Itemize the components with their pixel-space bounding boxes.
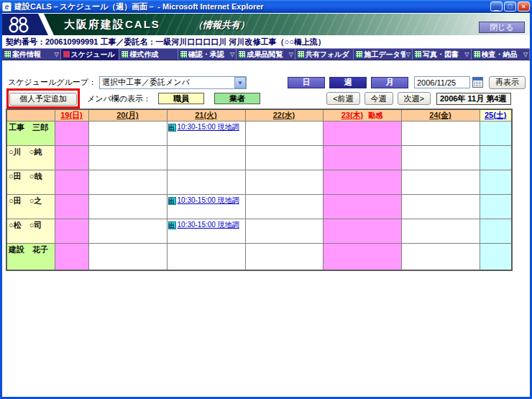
- member-row: ○松 ○司出10:30-15:00 現地調: [6, 219, 512, 244]
- nav-tab[interactable]: スケジュール: [61, 49, 120, 60]
- schedule-group-label: スケジュールグループ：: [8, 77, 96, 88]
- grid-icon: [356, 51, 362, 58]
- day-cell: [480, 170, 512, 195]
- holiday-label: 勤感: [368, 111, 382, 119]
- this-week-button[interactable]: 今週: [364, 92, 393, 105]
- dropdown-arrow-icon: ▽: [230, 51, 234, 58]
- app-subtitle: （情報共有）: [193, 19, 249, 32]
- day-cell: [480, 219, 512, 244]
- refresh-button[interactable]: 再表示: [489, 76, 526, 89]
- month-view-button[interactable]: 月: [371, 77, 408, 88]
- day-cell: [167, 170, 245, 195]
- day-cell: [323, 219, 401, 244]
- day-cell: [88, 170, 167, 195]
- window-controls: ＿ □ ×: [490, 1, 530, 12]
- schedule-entry-link[interactable]: 10:30-15:00 現地調: [178, 220, 239, 230]
- member-name-cell: 工事 三郎: [6, 121, 55, 146]
- nav-tab[interactable]: 成果品閲覧▽: [237, 49, 295, 60]
- day-header-link[interactable]: 24(金): [429, 111, 451, 119]
- title-bar[interactable]: e 建設CALS－スケジュール（週）画面－ - Microsoft Intern…: [0, 0, 532, 13]
- window-body: 大阪府建設CALS （情報共有） 閉じる 契約番号：200610999991 工…: [0, 13, 532, 399]
- maximize-button[interactable]: □: [504, 1, 516, 12]
- day-cell: [480, 146, 512, 170]
- prev-week-button[interactable]: <前週: [326, 92, 359, 105]
- schedule-group-value: 選択中工事／委託メンバ: [100, 77, 234, 88]
- day-cell: [323, 146, 401, 170]
- week-view-button[interactable]: 週: [329, 77, 367, 88]
- date-input[interactable]: [414, 76, 470, 88]
- day-cell: 出10:30-15:00 現地調: [167, 195, 245, 219]
- app-title: 大阪府建設CALS: [64, 18, 160, 32]
- nav-tab-label: 施工データ管理: [364, 50, 405, 60]
- day-cell: [55, 146, 88, 170]
- attendance-icon: 出: [168, 124, 176, 132]
- view-controls: 日 週 月 再表示: [283, 76, 526, 89]
- vendor-filter-button[interactable]: 業者: [214, 93, 260, 104]
- member-row: 工事 三郎出10:30-15:00 現地調: [6, 121, 512, 146]
- nav-tab[interactable]: 施工データ管理▽: [354, 49, 413, 60]
- nav-tab[interactable]: 確認・承認▽: [178, 49, 237, 60]
- member-column-header: [6, 109, 55, 121]
- day-cell: [245, 170, 323, 195]
- day-header-link[interactable]: 19(日): [60, 111, 83, 119]
- day-header-cell: 25(土): [480, 109, 512, 121]
- day-cell: [88, 195, 167, 219]
- day-cell: [245, 219, 323, 244]
- day-header-link[interactable]: 25(土): [485, 111, 507, 119]
- day-cell: 出10:30-15:00 現地調: [167, 219, 245, 244]
- day-cell: [245, 195, 323, 219]
- osaka-pref-logo-icon: [2, 14, 48, 35]
- day-cell: [167, 244, 245, 270]
- day-cell: [401, 219, 480, 244]
- schedule-entry-link[interactable]: 10:30-15:00 現地調: [178, 122, 239, 132]
- add-personal-schedule-button[interactable]: 個人予定追加: [9, 93, 77, 106]
- day-header-link[interactable]: 23(木): [341, 111, 364, 119]
- member-name-cell: ○田 ○之: [6, 195, 55, 219]
- day-cell: [88, 219, 167, 244]
- window-title: 建設CALS－スケジュール（週）画面－ - Microsoft Internet…: [14, 1, 490, 12]
- day-cell: [88, 121, 167, 146]
- nav-tab[interactable]: 共有フォルダ: [295, 49, 354, 60]
- dropdown-arrow-icon: ▽: [464, 51, 469, 58]
- nav-tab-label: スケジュール: [71, 50, 118, 60]
- member-name-cell: ○田 ○哉: [6, 170, 55, 195]
- dropdown-arrow-icon: ▽: [54, 51, 58, 58]
- dropdown-arrow-icon: ▽: [289, 51, 293, 58]
- grid-icon: [474, 51, 480, 58]
- week-display: 2006年 11月 第4週: [436, 93, 511, 105]
- nav-tab[interactable]: 案件情報▽: [2, 49, 61, 60]
- grid-icon: [298, 51, 304, 58]
- member-row: ○田 ○哉: [6, 170, 512, 195]
- day-view-button[interactable]: 日: [288, 77, 325, 88]
- app-header-banner: 大阪府建設CALS （情報共有） 閉じる: [2, 14, 530, 35]
- nav-tab[interactable]: 検査・納品▽: [472, 49, 531, 60]
- staff-filter-button[interactable]: 職員: [158, 93, 204, 104]
- day-header-link[interactable]: 22(水): [273, 111, 295, 119]
- dropdown-arrow-icon: ▽: [523, 51, 528, 58]
- member-display-label: メンバ欄の表示：: [87, 93, 151, 104]
- browser-window: e 建設CALS－スケジュール（週）画面－ - Microsoft Intern…: [0, 0, 532, 399]
- close-window-button[interactable]: ×: [518, 1, 530, 12]
- close-page-button[interactable]: 閉じる: [479, 22, 525, 33]
- day-header-link[interactable]: 20(月): [116, 111, 139, 119]
- day-cell: [323, 121, 401, 146]
- day-cell: 出10:30-15:00 現地調: [167, 121, 245, 146]
- member-name-cell: ○川 ○純: [6, 146, 55, 170]
- nav-tab[interactable]: 様式作成: [119, 49, 178, 60]
- member-name-cell: ○松 ○司: [6, 219, 55, 244]
- schedule-entry-link[interactable]: 10:30-15:00 現地調: [178, 196, 239, 206]
- day-cell: [245, 244, 323, 270]
- next-week-button[interactable]: 次週>: [398, 92, 431, 105]
- schedule-toolbar: スケジュールグループ： 選択中工事／委託メンバ ▼ 日 週 月 再表示: [8, 75, 526, 89]
- day-header-cell: 21(火): [167, 109, 245, 121]
- nav-tab[interactable]: 写真・図書▽: [413, 49, 472, 60]
- attendance-icon: 出: [168, 221, 176, 229]
- calendar-picker-icon[interactable]: [472, 77, 483, 88]
- nav-tab-label: 案件情報: [12, 50, 53, 60]
- day-cell: [55, 121, 88, 146]
- day-header-link[interactable]: 21(火): [195, 111, 217, 119]
- schedule-group-select[interactable]: 選択中工事／委託メンバ ▼: [99, 76, 247, 89]
- contract-info: 契約番号：200610999991 工事／委託名：一級河川口口口口川 河川改修工…: [6, 37, 530, 47]
- minimize-button[interactable]: ＿: [490, 1, 503, 12]
- grid-icon: [4, 51, 11, 58]
